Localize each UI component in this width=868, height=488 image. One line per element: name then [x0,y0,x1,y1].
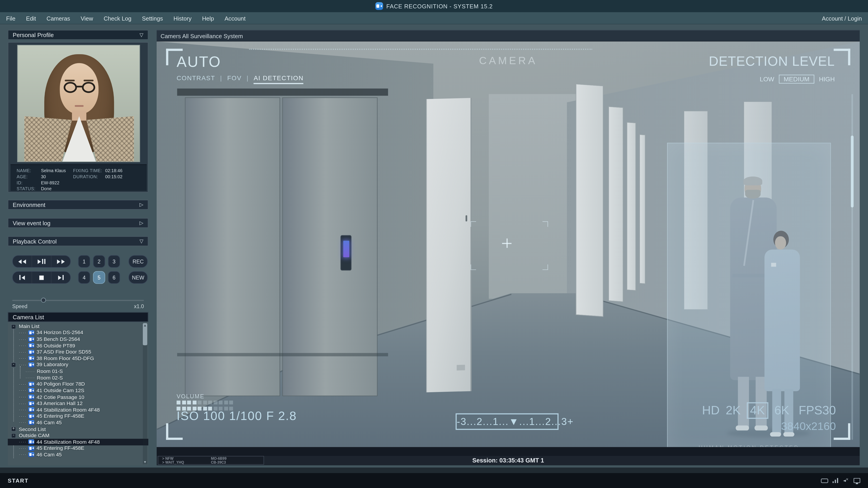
resolution-hd[interactable]: HD [702,403,720,418]
menu-check-log[interactable]: Check Log [103,15,131,21]
camera-icon [28,420,34,425]
taskbar: START [0,473,868,488]
menu-cameras[interactable]: Cameras [46,15,70,21]
environment-button[interactable]: Environment ▷ [8,200,148,210]
camera-item[interactable]: ····46 Cam 45 [8,452,148,458]
tab-bar: Camers All Surveillance System [157,30,860,41]
rewind-button[interactable] [13,256,31,267]
speed-slider[interactable] [12,300,144,301]
camera-item[interactable]: ····41 Outside Cam 12S [8,387,148,394]
menu-account[interactable]: Account [224,15,246,21]
camera-item[interactable]: ····44 Stabilization Room 4F48 [8,439,148,445]
exposure-meter[interactable]: -3...2...1...▼...1...2...3+ [456,413,559,430]
camera-item[interactable]: ·····Room 02-S [8,375,148,381]
camera-list: -Main List····34 Horizon DS-2564····35 B… [8,322,148,465]
resolution-4k[interactable]: 4K [747,402,768,419]
playback-button-2[interactable]: 2 [93,255,105,268]
menu-settings[interactable]: Settings [142,15,163,21]
speed-label: Speed [12,303,27,309]
volume-muted-icon[interactable] [843,478,849,483]
display-icon[interactable] [854,478,860,483]
playback-button-new[interactable]: NEW [128,271,148,284]
photo-glasses [64,82,77,93]
level-low[interactable]: LOW [760,76,774,83]
menu-history[interactable]: History [174,15,191,21]
profile-field: AGE:30 [17,174,66,180]
playback-button-5[interactable]: 5 [93,271,105,284]
mode-ai-detection[interactable]: AI DETECTION [254,75,304,84]
camera-item[interactable]: ····36 Outside PT89 [8,342,148,349]
camera-item[interactable]: ····44 Stabilization Room 4F48 [8,407,148,413]
camera-icon [28,440,34,445]
camera-item[interactable]: ····46 Cam 45 [8,420,148,426]
tree-expander-icon[interactable]: - [11,433,16,438]
scroll-down-icon[interactable]: ▼ [143,460,147,464]
mode-fov[interactable]: FOV [227,75,242,83]
playback-button-rec[interactable]: REC [128,255,148,268]
view-event-log-button[interactable]: View event log ▷ [8,218,148,228]
playback-button-1[interactable]: 1 [78,255,90,268]
profile-field: FIXING TIME:02:18:46 [73,168,122,174]
scroll-up-icon[interactable]: ▲ [143,324,147,327]
mode-contrast[interactable]: CONTRAST [177,75,215,83]
profile-photo [17,45,140,162]
playback-control-header[interactable]: Playback Control ▽ [8,236,148,246]
tree-expander-icon[interactable]: - [11,324,16,329]
zoom-slider-thumb[interactable] [851,135,854,207]
speed-slider-thumb[interactable] [41,298,46,303]
playback-button-4[interactable]: 4 [78,271,90,284]
camera-item[interactable]: ····38 Room Floor 45D-DFG [8,355,148,361]
profile-field: NAME:Selma Klaus [17,168,66,174]
camera-item[interactable]: ·····Room 01-S [8,368,148,375]
level-high[interactable]: HIGH [819,76,835,83]
expand-icon: ▷ [140,200,143,209]
fast-forward-button[interactable] [51,256,70,267]
camera-icon [28,394,34,399]
frame-bracket-icon [834,423,850,440]
camera-list-scrollbar[interactable]: ▲ ▼ [143,323,147,464]
camera-item[interactable]: ····45 Entering FF-458E [8,413,148,419]
camera-item[interactable]: -Main List [8,323,148,329]
camera-icon [28,356,34,361]
camera-item[interactable]: ····40 Poligon Floor 78D [8,381,148,387]
camera-list-header[interactable]: Camera List [8,312,148,322]
camera-item[interactable]: -····39 Laboratory [8,362,148,368]
personal-profile-header[interactable]: Personal Profile ▽ [8,30,148,40]
session-time: Session: 03:35:43 GMT 1 [157,457,860,464]
account-login-link[interactable]: Account / Login [822,15,862,21]
camera-item[interactable]: -Outside CAM [8,432,148,439]
camera-viewport: HUMAN MOTION DETECTED AUTO CONTRAST|FOV|… [157,41,860,447]
profile-card: NAME:Selma KlausAGE:30ID:EW-8922STATUS:D… [8,42,148,193]
fps-indicator: FPS30 [799,403,836,418]
tab-camers-all-surveillance[interactable]: Camers All Surveillance System [160,33,243,39]
keyboard-icon[interactable] [821,478,828,483]
start-button[interactable]: START [8,477,29,484]
camera-icon [28,401,34,406]
camera-item[interactable]: ····37 ASD Fire Door SD55 [8,349,148,355]
stop-button[interactable] [32,271,51,283]
network-icon[interactable] [833,478,839,483]
playback-button-6[interactable]: 6 [108,271,120,284]
camera-item[interactable]: +Second List [8,426,148,432]
playback-button-3[interactable]: 3 [108,255,120,268]
camera-item[interactable]: ····34 Horizon DS-2564 [8,330,148,336]
camera-item[interactable]: ····45 Entering FF-458E [8,445,148,451]
menu-edit[interactable]: Edit [26,15,36,21]
skip-start-button[interactable] [13,271,31,283]
resolution-6k[interactable]: 6K [774,403,789,418]
dashed-guide-line [249,49,592,50]
play-pause-button[interactable] [32,256,51,267]
level-medium[interactable]: MEDIUM [779,75,814,84]
collapse-icon[interactable]: ▽ [140,31,143,39]
menu-help[interactable]: Help [202,15,214,21]
tree-expander-icon[interactable]: - [11,362,16,367]
camera-item[interactable]: ····35 Bench DS-2564 [8,336,148,342]
tree-expander-icon[interactable]: + [11,427,16,432]
camera-item[interactable]: ····43 American Hall 12 [8,400,148,406]
resolution-2k[interactable]: 2K [726,403,741,418]
menu-view[interactable]: View [81,15,93,21]
menu-file[interactable]: File [6,15,16,21]
video-camera-app-icon [375,2,383,10]
skip-end-button[interactable] [51,271,70,283]
camera-item[interactable]: ····42 Cotie Passage 10 [8,394,148,400]
